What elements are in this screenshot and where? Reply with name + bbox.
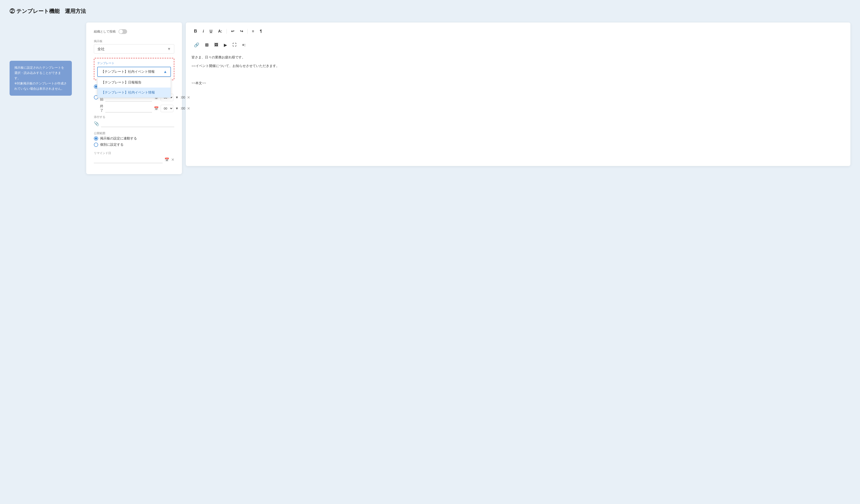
page-title: ② テンプレート機能 運用方法 [10,8,850,15]
reminder-calendar-icon[interactable]: 📅 [164,158,169,162]
reminder-section: リマインド日 📅 ✕ [94,151,174,163]
end-clear-icon[interactable]: ✕ [187,106,190,111]
attachment-label: 添付する [94,115,174,119]
start-time-colon: ▼ [175,95,178,99]
template-dropdown: 【テンプレート】日報報告 【テンプレート】社内イベント情報 [97,77,171,98]
end-time-separator: :00 [181,106,185,110]
end-datetime-row: 終了 📅 00 ▼ :00 ✕ [100,104,174,113]
redo-button[interactable]: ↪ [238,28,245,35]
end-label: 終了 [100,104,103,113]
underline-button[interactable]: U [207,28,215,35]
template-option-2[interactable]: 【テンプレート】社内イベント情報 [98,88,171,98]
template-select-wrapper: 【テンプレート】社内イベント情報 ▲ 【テンプレート】日報報告 【テンプレート】… [97,67,171,77]
org-post-label: 組織として投稿 [94,29,116,34]
attachment-row: 📎 [94,120,174,127]
image-button[interactable]: 🖼 [212,41,220,48]
board-select[interactable]: 全社 [94,44,174,54]
editor-line-3 [191,71,845,78]
font-size-button[interactable]: A: [216,28,225,35]
italic-button[interactable]: i [200,28,206,35]
editor-content[interactable]: 皆さま、日々の業務お疲れ様です。 ○○イベント開催について、お知らせさせていただ… [191,54,845,86]
board-field: 掲示板 全社 ▼ [94,39,174,54]
attachment-field: 添付する 📎 [94,115,174,127]
editor-line-1: 皆さま、日々の業務お疲れ様です。 [191,54,845,60]
attachment-input[interactable] [101,120,174,127]
editor-line-2: ○○イベント開催について、お知らせさせていただきます。 [191,62,845,69]
end-calendar-icon[interactable]: 📅 [154,106,159,111]
template-arrow-up-icon: ▲ [163,70,167,74]
end-hour-select[interactable]: 00 [161,105,173,112]
editor-panel: B i U A: ↩ ↪ ≡ ¶ 🔗 ⊞ 🖼 ▶ ⛶ +: 皆さま、日々の業務お… [186,23,850,166]
template-label: テンプレート [97,61,171,65]
reminder-label: リマインド日 [94,151,174,155]
template-section: テンプレート 【テンプレート】社内イベント情報 ▲ 【テンプレート】日報報告 【… [94,58,174,80]
reminder-row: 📅 ✕ [94,156,174,163]
template-select-display[interactable]: 【テンプレート】社内イベント情報 ▲ [97,67,171,77]
end-time-colon: ▼ [175,106,178,110]
fullscreen-button[interactable]: ⛶ [230,41,239,48]
reminder-clear-icon[interactable]: ✕ [171,158,174,162]
org-post-toggle[interactable] [118,29,127,34]
reminder-date-input[interactable] [94,156,162,163]
main-content: 掲示板に設定されたテンプレートを選択・読み込みすることができます。※対象掲示板の… [10,23,850,174]
org-post-row: 組織として投稿 [94,29,174,34]
paragraph-button[interactable]: ¶ [257,28,264,35]
form-panel: 組織として投稿 掲示板 全社 ▼ テンプレート 【テンプレート】社内イベント情報… [86,23,182,174]
visibility-individual-label: 個別に設定する [100,143,124,147]
visibility-linked-item[interactable]: 掲示板の設定に連動する [94,136,174,140]
editor-toolbar-row2: 🔗 ⊞ 🖼 ▶ ⛶ +: [191,41,845,49]
visibility-linked-radio[interactable] [94,136,98,140]
start-time-separator: :00 [181,95,185,99]
attachment-clip-icon: 📎 [94,121,99,126]
visibility-label: 公開範囲 [94,131,174,135]
link-button[interactable]: 🔗 [191,41,202,49]
video-button[interactable]: ▶ [221,41,229,49]
align-button[interactable]: ≡ [249,28,256,35]
table-button[interactable]: ⊞ [203,41,211,49]
tooltip-box: 掲示板に設定されたテンプレートを選択・読み込みすることができます。※対象掲示板の… [10,61,72,96]
visibility-individual-item[interactable]: 個別に設定する [94,143,174,147]
bold-button[interactable]: B [191,27,199,35]
tooltip-text: 掲示板に設定されたテンプレートを選択・読み込みすることができます。※対象掲示板の… [14,66,67,90]
visibility-individual-radio[interactable] [94,143,98,147]
start-clear-icon[interactable]: ✕ [187,95,190,100]
template-selected-value: 【テンプレート】社内イベント情報 [101,70,155,74]
more-button[interactable]: +: [240,41,248,48]
editor-toolbar-row1: B i U A: ↩ ↪ ≡ ¶ [191,27,845,38]
board-label: 掲示板 [94,39,174,43]
editor-line-4: ~~本文~~ [191,80,845,86]
visibility-section: 公開範囲 掲示板の設定に連動する 個別に設定する [94,131,174,147]
template-option-1[interactable]: 【テンプレート】日報報告 [98,77,171,88]
undo-button[interactable]: ↩ [229,28,236,35]
board-select-wrapper: 全社 ▼ [94,44,174,54]
end-date-input[interactable] [105,105,152,113]
visibility-linked-label: 掲示板の設定に連動する [100,136,137,140]
